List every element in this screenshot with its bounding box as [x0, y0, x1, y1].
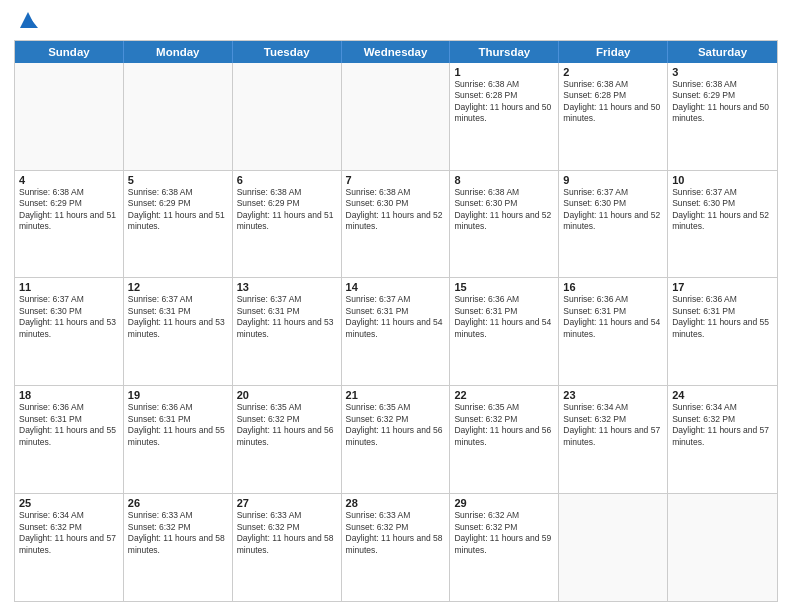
cell-info: Sunrise: 6:38 AM Sunset: 6:30 PM Dayligh…	[346, 187, 446, 233]
cell-info: Sunrise: 6:33 AM Sunset: 6:32 PM Dayligh…	[237, 510, 337, 556]
cal-cell: 7Sunrise: 6:38 AM Sunset: 6:30 PM Daylig…	[342, 171, 451, 278]
day-number: 9	[563, 174, 663, 186]
cal-cell: 13Sunrise: 6:37 AM Sunset: 6:31 PM Dayli…	[233, 278, 342, 385]
cal-cell	[124, 63, 233, 170]
day-number: 20	[237, 389, 337, 401]
cell-info: Sunrise: 6:36 AM Sunset: 6:31 PM Dayligh…	[454, 294, 554, 340]
cal-cell: 10Sunrise: 6:37 AM Sunset: 6:30 PM Dayli…	[668, 171, 777, 278]
cal-cell: 5Sunrise: 6:38 AM Sunset: 6:29 PM Daylig…	[124, 171, 233, 278]
cal-cell: 6Sunrise: 6:38 AM Sunset: 6:29 PM Daylig…	[233, 171, 342, 278]
cal-row-3: 18Sunrise: 6:36 AM Sunset: 6:31 PM Dayli…	[15, 386, 777, 494]
cal-cell: 12Sunrise: 6:37 AM Sunset: 6:31 PM Dayli…	[124, 278, 233, 385]
cal-cell: 24Sunrise: 6:34 AM Sunset: 6:32 PM Dayli…	[668, 386, 777, 493]
day-number: 25	[19, 497, 119, 509]
day-number: 29	[454, 497, 554, 509]
cal-cell: 11Sunrise: 6:37 AM Sunset: 6:30 PM Dayli…	[15, 278, 124, 385]
day-number: 17	[672, 281, 773, 293]
cal-header-monday: Monday	[124, 41, 233, 63]
cal-cell: 21Sunrise: 6:35 AM Sunset: 6:32 PM Dayli…	[342, 386, 451, 493]
cal-cell: 19Sunrise: 6:36 AM Sunset: 6:31 PM Dayli…	[124, 386, 233, 493]
day-number: 27	[237, 497, 337, 509]
cell-info: Sunrise: 6:38 AM Sunset: 6:28 PM Dayligh…	[454, 79, 554, 125]
cal-row-0: 1Sunrise: 6:38 AM Sunset: 6:28 PM Daylig…	[15, 63, 777, 171]
cell-info: Sunrise: 6:33 AM Sunset: 6:32 PM Dayligh…	[128, 510, 228, 556]
day-number: 23	[563, 389, 663, 401]
calendar-header: SundayMondayTuesdayWednesdayThursdayFrid…	[15, 41, 777, 63]
cell-info: Sunrise: 6:36 AM Sunset: 6:31 PM Dayligh…	[128, 402, 228, 448]
cal-cell: 16Sunrise: 6:36 AM Sunset: 6:31 PM Dayli…	[559, 278, 668, 385]
cal-cell: 22Sunrise: 6:35 AM Sunset: 6:32 PM Dayli…	[450, 386, 559, 493]
day-number: 22	[454, 389, 554, 401]
calendar-body: 1Sunrise: 6:38 AM Sunset: 6:28 PM Daylig…	[15, 63, 777, 601]
cell-info: Sunrise: 6:37 AM Sunset: 6:31 PM Dayligh…	[346, 294, 446, 340]
cal-cell	[15, 63, 124, 170]
cell-info: Sunrise: 6:36 AM Sunset: 6:31 PM Dayligh…	[19, 402, 119, 448]
cell-info: Sunrise: 6:36 AM Sunset: 6:31 PM Dayligh…	[563, 294, 663, 340]
cell-info: Sunrise: 6:38 AM Sunset: 6:30 PM Dayligh…	[454, 187, 554, 233]
cal-cell: 28Sunrise: 6:33 AM Sunset: 6:32 PM Dayli…	[342, 494, 451, 601]
cal-cell: 9Sunrise: 6:37 AM Sunset: 6:30 PM Daylig…	[559, 171, 668, 278]
cell-info: Sunrise: 6:38 AM Sunset: 6:29 PM Dayligh…	[19, 187, 119, 233]
day-number: 19	[128, 389, 228, 401]
calendar: SundayMondayTuesdayWednesdayThursdayFrid…	[14, 40, 778, 602]
cal-cell: 8Sunrise: 6:38 AM Sunset: 6:30 PM Daylig…	[450, 171, 559, 278]
day-number: 14	[346, 281, 446, 293]
cal-cell	[559, 494, 668, 601]
day-number: 8	[454, 174, 554, 186]
cal-cell: 15Sunrise: 6:36 AM Sunset: 6:31 PM Dayli…	[450, 278, 559, 385]
cal-cell: 1Sunrise: 6:38 AM Sunset: 6:28 PM Daylig…	[450, 63, 559, 170]
cell-info: Sunrise: 6:36 AM Sunset: 6:31 PM Dayligh…	[672, 294, 773, 340]
day-number: 3	[672, 66, 773, 78]
day-number: 15	[454, 281, 554, 293]
cell-info: Sunrise: 6:33 AM Sunset: 6:32 PM Dayligh…	[346, 510, 446, 556]
cell-info: Sunrise: 6:38 AM Sunset: 6:28 PM Dayligh…	[563, 79, 663, 125]
day-number: 24	[672, 389, 773, 401]
logo	[14, 14, 38, 34]
day-number: 6	[237, 174, 337, 186]
day-number: 13	[237, 281, 337, 293]
cal-row-1: 4Sunrise: 6:38 AM Sunset: 6:29 PM Daylig…	[15, 171, 777, 279]
cell-info: Sunrise: 6:34 AM Sunset: 6:32 PM Dayligh…	[563, 402, 663, 448]
day-number: 11	[19, 281, 119, 293]
cell-info: Sunrise: 6:37 AM Sunset: 6:30 PM Dayligh…	[672, 187, 773, 233]
cal-header-sunday: Sunday	[15, 41, 124, 63]
cal-header-friday: Friday	[559, 41, 668, 63]
calendar-page: SundayMondayTuesdayWednesdayThursdayFrid…	[0, 0, 792, 612]
day-number: 10	[672, 174, 773, 186]
day-number: 18	[19, 389, 119, 401]
cell-info: Sunrise: 6:34 AM Sunset: 6:32 PM Dayligh…	[672, 402, 773, 448]
cal-cell	[342, 63, 451, 170]
cal-cell	[668, 494, 777, 601]
cell-info: Sunrise: 6:35 AM Sunset: 6:32 PM Dayligh…	[346, 402, 446, 448]
cell-info: Sunrise: 6:38 AM Sunset: 6:29 PM Dayligh…	[237, 187, 337, 233]
cell-info: Sunrise: 6:35 AM Sunset: 6:32 PM Dayligh…	[454, 402, 554, 448]
cell-info: Sunrise: 6:37 AM Sunset: 6:31 PM Dayligh…	[237, 294, 337, 340]
cal-cell: 14Sunrise: 6:37 AM Sunset: 6:31 PM Dayli…	[342, 278, 451, 385]
cell-info: Sunrise: 6:34 AM Sunset: 6:32 PM Dayligh…	[19, 510, 119, 556]
day-number: 2	[563, 66, 663, 78]
cal-row-2: 11Sunrise: 6:37 AM Sunset: 6:30 PM Dayli…	[15, 278, 777, 386]
cal-cell: 29Sunrise: 6:32 AM Sunset: 6:32 PM Dayli…	[450, 494, 559, 601]
cell-info: Sunrise: 6:37 AM Sunset: 6:31 PM Dayligh…	[128, 294, 228, 340]
cell-info: Sunrise: 6:35 AM Sunset: 6:32 PM Dayligh…	[237, 402, 337, 448]
cal-cell: 18Sunrise: 6:36 AM Sunset: 6:31 PM Dayli…	[15, 386, 124, 493]
cell-info: Sunrise: 6:37 AM Sunset: 6:30 PM Dayligh…	[19, 294, 119, 340]
cal-cell: 17Sunrise: 6:36 AM Sunset: 6:31 PM Dayli…	[668, 278, 777, 385]
day-number: 4	[19, 174, 119, 186]
cal-header-thursday: Thursday	[450, 41, 559, 63]
day-number: 12	[128, 281, 228, 293]
cal-header-tuesday: Tuesday	[233, 41, 342, 63]
cal-cell: 27Sunrise: 6:33 AM Sunset: 6:32 PM Dayli…	[233, 494, 342, 601]
logo-icon	[18, 10, 38, 30]
cal-cell: 23Sunrise: 6:34 AM Sunset: 6:32 PM Dayli…	[559, 386, 668, 493]
day-number: 28	[346, 497, 446, 509]
cal-cell: 25Sunrise: 6:34 AM Sunset: 6:32 PM Dayli…	[15, 494, 124, 601]
day-number: 21	[346, 389, 446, 401]
cal-header-saturday: Saturday	[668, 41, 777, 63]
cell-info: Sunrise: 6:38 AM Sunset: 6:29 PM Dayligh…	[672, 79, 773, 125]
day-number: 26	[128, 497, 228, 509]
cal-cell: 20Sunrise: 6:35 AM Sunset: 6:32 PM Dayli…	[233, 386, 342, 493]
cell-info: Sunrise: 6:32 AM Sunset: 6:32 PM Dayligh…	[454, 510, 554, 556]
cell-info: Sunrise: 6:38 AM Sunset: 6:29 PM Dayligh…	[128, 187, 228, 233]
cal-cell: 3Sunrise: 6:38 AM Sunset: 6:29 PM Daylig…	[668, 63, 777, 170]
